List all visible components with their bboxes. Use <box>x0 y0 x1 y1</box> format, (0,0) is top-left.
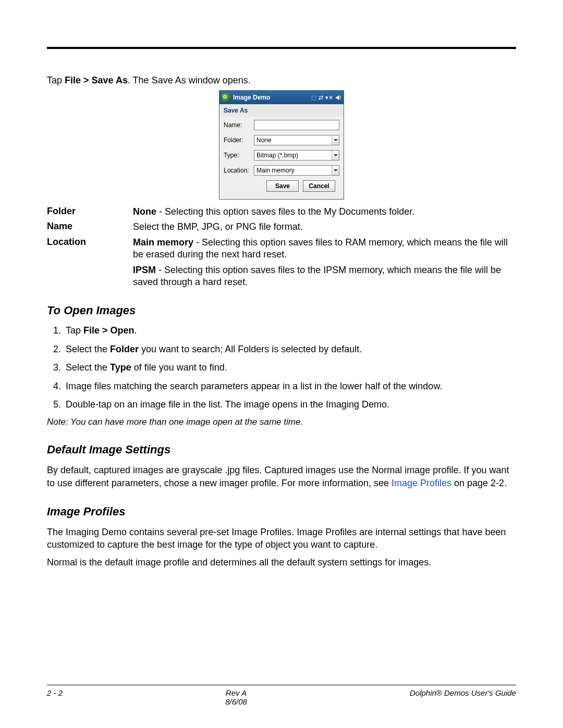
intro-line: Tap File > Save As. The Save As window o… <box>47 75 516 86</box>
step-1: Tap File > Open. <box>64 325 516 337</box>
def-location1: Main memory - Selecting this option save… <box>133 237 516 261</box>
open-note: Note: You can have more than one image o… <box>47 417 516 427</box>
type-value: Bitmap (*.bmp) <box>256 152 298 159</box>
footer-date: 8/6/08 <box>225 697 247 706</box>
intro-suffix: . The Save As window opens. <box>128 75 251 85</box>
label-location: Location: <box>224 167 254 174</box>
windows-start-icon <box>222 93 230 102</box>
step-2: Select the Folder you want to search; Al… <box>64 343 516 355</box>
page-footer: 2 - 2 Rev A 8/6/08 Dolphin® Demos User's… <box>47 685 516 706</box>
name-input[interactable] <box>254 120 339 130</box>
label-name: Name: <box>224 121 254 129</box>
desc-row-location: Location Main memory - Selecting this op… <box>47 237 516 261</box>
location-dropdown-icon[interactable] <box>332 166 339 175</box>
default-settings-para: By default, captured images are grayscal… <box>47 464 516 489</box>
save-button[interactable]: Save <box>266 180 299 192</box>
footer-center: Rev A 8/6/08 <box>225 688 247 706</box>
term-location: Location <box>47 237 133 261</box>
row-name: Name: <box>224 120 339 130</box>
type-dropdown-icon[interactable] <box>332 151 339 160</box>
location-value: Main memory <box>256 167 295 174</box>
speaker-icon: ◀፧ <box>335 94 341 101</box>
cancel-button[interactable]: Cancel <box>303 180 335 192</box>
button-row: Save Cancel <box>224 180 339 194</box>
connectivity-icon: ⇄ <box>319 94 323 101</box>
tray-icon: ⬚ <box>311 94 316 101</box>
step-4: Image files matching the search paramete… <box>64 380 516 392</box>
row-folder: Folder: None <box>224 135 339 145</box>
window-title: Image Demo <box>233 94 311 101</box>
row-location: Location: Main memory <box>224 165 339 176</box>
term-folder: Folder <box>47 206 133 218</box>
folder-select[interactable]: None <box>254 135 339 145</box>
open-steps-list: Tap File > Open. Select the Folder you w… <box>47 325 516 411</box>
def-location2: IPSM - Selecting this option saves files… <box>133 264 516 289</box>
saveas-form: Name: Folder: None Type: Bitmap (*.bmp) … <box>219 117 344 199</box>
label-type: Type: <box>224 152 254 159</box>
page-content: Tap File > Save As. The Save As window o… <box>0 0 563 606</box>
def-folder: None - Selecting this option saves files… <box>133 206 516 218</box>
window-titlebar: Image Demo ⬚ ⇄ ▾✕ ◀፧ <box>219 91 344 104</box>
description-table: Folder None - Selecting this option save… <box>47 206 516 288</box>
saveas-window: Image Demo ⬚ ⇄ ▾✕ ◀፧ Save As Name: Folde… <box>219 90 344 200</box>
desc-row-name: Name Select the BMP, JPG, or PNG file fo… <box>47 221 516 233</box>
footer-page-number: 2 - 2 <box>47 688 63 697</box>
heading-image-profiles: Image Profiles <box>47 505 516 519</box>
top-rule <box>47 47 516 49</box>
location-select[interactable]: Main memory <box>254 165 339 176</box>
folder-value: None <box>256 137 272 144</box>
desc-row-folder: Folder None - Selecting this option save… <box>47 206 516 218</box>
def-name: Select the BMP, JPG, or PNG file format. <box>133 221 516 233</box>
intro-prefix: Tap <box>47 75 65 85</box>
type-select[interactable]: Bitmap (*.bmp) <box>254 150 339 161</box>
footer-guide-title: Dolphin® Demos User's Guide <box>410 688 516 697</box>
saveas-header: Save As <box>219 104 344 117</box>
heading-open-images: To Open Images <box>47 304 516 317</box>
row-type: Type: Bitmap (*.bmp) <box>224 150 339 161</box>
system-tray: ⬚ ⇄ ▾✕ ◀፧ <box>311 94 341 101</box>
screenshot-container: Image Demo ⬚ ⇄ ▾✕ ◀፧ Save As Name: Folde… <box>47 90 516 200</box>
signal-icon: ▾✕ <box>325 94 333 101</box>
step-5: Double-tap on an image file in the list.… <box>64 399 516 411</box>
label-folder: Folder: <box>224 137 254 144</box>
step-3: Select the Type of file you want to find… <box>64 362 516 374</box>
profiles-p2: Normal is the default image profile and … <box>47 556 516 569</box>
heading-default-settings: Default Image Settings <box>47 443 516 456</box>
footer-rev: Rev A <box>225 688 247 697</box>
profiles-p1: The Imaging Demo contains several pre-se… <box>47 526 516 551</box>
folder-dropdown-icon[interactable] <box>332 135 339 145</box>
term-name: Name <box>47 221 133 233</box>
image-profiles-link[interactable]: Image Profiles <box>391 478 451 488</box>
intro-bold: File > Save As <box>65 75 128 85</box>
